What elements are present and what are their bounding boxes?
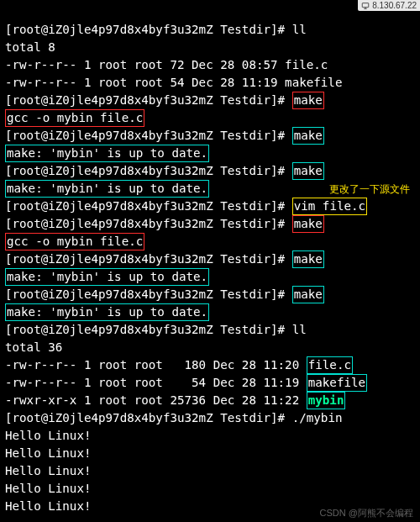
watermark: CSDN @阿熊不会编程 (320, 507, 413, 519)
makefile: makefile (307, 374, 367, 392)
cmd-ll[interactable]: ll (292, 23, 307, 36)
terminal-output: [root@iZ0jle4p97d8x4byf3u32mZ Testdir]# … (0, 0, 420, 515)
cmd-make[interactable]: make (292, 286, 324, 303)
ls-line: -rw-r--r-- 1 root root 54 Dec 28 11:19 m… (5, 376, 367, 389)
uptodate: make: 'mybin' is up to date. (5, 180, 209, 198)
prompt: [root@iZ0jle4p97d8x4byf3u32mZ Testdir]# (5, 323, 285, 336)
cmd-ll[interactable]: ll (292, 323, 307, 336)
prompt: [root@iZ0jle4p97d8x4byf3u32mZ Testdir]# (5, 217, 285, 230)
total-line: total 8 (5, 40, 55, 54)
prompt: [root@iZ0jle4p97d8x4byf3u32mZ Testdir]# (5, 129, 285, 142)
cmd-vim[interactable]: vim file.c (292, 198, 367, 215)
ls-line: -rwxr-xr-x 1 root root 25736 Dec 28 11:2… (5, 393, 345, 407)
cmd-run[interactable]: ./mybin (292, 411, 343, 424)
total-line: total 36 (5, 340, 62, 354)
hello-output: Hello Linux! (5, 429, 92, 442)
ip-badge: 8.130.67.22 (358, 0, 420, 11)
hello-output: Hello Linux! (5, 446, 92, 460)
mybin-exec: mybin (307, 392, 346, 409)
uptodate: make: 'mybin' is up to date. (5, 303, 209, 321)
uptodate: make: 'mybin' is up to date. (5, 268, 209, 286)
cmd-make[interactable]: make (292, 250, 324, 268)
hello-output: Hello Linux! (5, 499, 92, 513)
uptodate: make: 'mybin' is up to date. (5, 145, 209, 162)
file-c: file.c (307, 356, 353, 374)
prompt: [root@iZ0jle4p97d8x4byf3u32mZ Testdir]# (5, 287, 285, 301)
prompt: [root@iZ0jle4p97d8x4byf3u32mZ Testdir]# (5, 164, 285, 177)
cmd-make[interactable]: make (292, 127, 324, 145)
prompt: [root@iZ0jle4p97d8x4byf3u32mZ Testdir]# (5, 411, 285, 424)
network-icon (361, 2, 370, 10)
prompt: [root@iZ0jle4p97d8x4byf3u32mZ Testdir]# (5, 252, 285, 266)
ls-line: -rw-r--r-- 1 root root 54 Dec 28 11:19 m… (5, 76, 342, 89)
cmd-make[interactable]: make (292, 92, 324, 109)
hello-output: Hello Linux! (5, 482, 92, 495)
prompt: [root@iZ0jle4p97d8x4byf3u32mZ Testdir]# (5, 93, 285, 107)
cmd-make[interactable]: make (292, 215, 324, 233)
gcc-output: gcc -o mybin file.c (5, 233, 144, 250)
svg-rect-0 (362, 3, 369, 7)
prompt: [root@iZ0jle4p97d8x4byf3u32mZ Testdir]# (5, 23, 285, 36)
gcc-output: gcc -o mybin file.c (5, 109, 144, 127)
hello-output: Hello Linux! (5, 464, 92, 477)
cmd-make[interactable]: make (292, 162, 324, 180)
ip-text: 8.130.67.22 (372, 1, 417, 10)
prompt: [root@iZ0jle4p97d8x4byf3u32mZ Testdir]# (5, 199, 285, 213)
ls-line: -rw-r--r-- 1 root root 72 Dec 28 08:57 f… (5, 58, 328, 71)
ls-line: -rw-r--r-- 1 root root 180 Dec 28 11:20 … (5, 358, 353, 372)
